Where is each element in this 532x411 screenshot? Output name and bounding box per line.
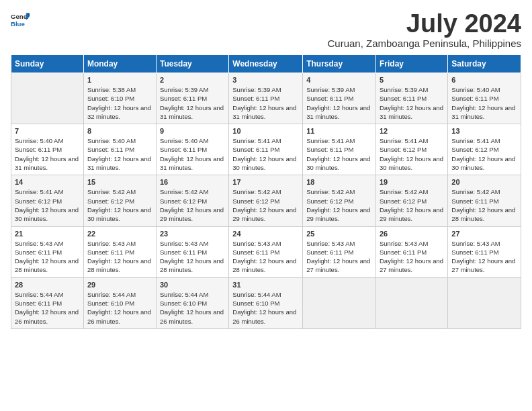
day-detail: Sunrise: 5:40 AMSunset: 6:11 PMDaylight:… bbox=[451, 86, 515, 120]
day-detail: Sunrise: 5:44 AMSunset: 6:10 PMDaylight:… bbox=[87, 291, 151, 325]
day-number: 20 bbox=[451, 178, 517, 186]
day-detail: Sunrise: 5:43 AMSunset: 6:11 PMDaylight:… bbox=[15, 240, 79, 274]
table-row: 5Sunrise: 5:39 AMSunset: 6:11 PMDaylight… bbox=[376, 73, 448, 124]
day-detail: Sunrise: 5:42 AMSunset: 6:12 PMDaylight:… bbox=[232, 188, 296, 222]
day-number: 17 bbox=[232, 178, 299, 186]
table-row: 18Sunrise: 5:42 AMSunset: 6:12 PMDayligh… bbox=[303, 175, 376, 226]
table-row: 8Sunrise: 5:40 AMSunset: 6:11 PMDaylight… bbox=[83, 124, 156, 175]
table-row: 30Sunrise: 5:44 AMSunset: 6:10 PMDayligh… bbox=[156, 277, 228, 328]
day-detail: Sunrise: 5:39 AMSunset: 6:11 PMDaylight:… bbox=[232, 86, 296, 120]
table-row: 7Sunrise: 5:40 AMSunset: 6:11 PMDaylight… bbox=[11, 124, 84, 175]
table-row: 24Sunrise: 5:43 AMSunset: 6:11 PMDayligh… bbox=[229, 226, 303, 277]
table-row: 13Sunrise: 5:41 AMSunset: 6:12 PMDayligh… bbox=[448, 124, 521, 175]
day-detail: Sunrise: 5:42 AMSunset: 6:12 PMDaylight:… bbox=[380, 188, 443, 222]
header-wednesday: Wednesday bbox=[229, 55, 303, 73]
table-row: 20Sunrise: 5:42 AMSunset: 6:11 PMDayligh… bbox=[448, 175, 521, 226]
day-detail: Sunrise: 5:43 AMSunset: 6:11 PMDaylight:… bbox=[451, 240, 515, 274]
title-section: July 2024 Curuan, Zamboanga Peninsula, P… bbox=[327, 11, 521, 49]
weekday-header-row: Sunday Monday Tuesday Wednesday Thursday… bbox=[11, 55, 521, 73]
day-number: 28 bbox=[15, 281, 80, 289]
table-row: 10Sunrise: 5:41 AMSunset: 6:11 PMDayligh… bbox=[229, 124, 303, 175]
table-row: 16Sunrise: 5:42 AMSunset: 6:12 PMDayligh… bbox=[156, 175, 228, 226]
table-row: 14Sunrise: 5:41 AMSunset: 6:12 PMDayligh… bbox=[11, 175, 84, 226]
table-row: 12Sunrise: 5:41 AMSunset: 6:12 PMDayligh… bbox=[376, 124, 448, 175]
table-row: 26Sunrise: 5:43 AMSunset: 6:11 PMDayligh… bbox=[376, 226, 448, 277]
day-number: 25 bbox=[306, 230, 372, 238]
day-number: 15 bbox=[87, 178, 152, 186]
day-number: 26 bbox=[380, 230, 444, 238]
day-number: 22 bbox=[87, 230, 152, 238]
calendar-week-row: 7Sunrise: 5:40 AMSunset: 6:11 PMDaylight… bbox=[11, 124, 521, 175]
day-detail: Sunrise: 5:42 AMSunset: 6:11 PMDaylight:… bbox=[451, 188, 515, 222]
day-detail: Sunrise: 5:41 AMSunset: 6:11 PMDaylight:… bbox=[306, 137, 370, 171]
header-sunday: Sunday bbox=[11, 55, 84, 73]
day-detail: Sunrise: 5:41 AMSunset: 6:11 PMDaylight:… bbox=[232, 137, 296, 171]
table-row: 2Sunrise: 5:39 AMSunset: 6:11 PMDaylight… bbox=[156, 73, 228, 124]
day-number: 31 bbox=[232, 281, 299, 289]
header-saturday: Saturday bbox=[448, 55, 521, 73]
day-detail: Sunrise: 5:41 AMSunset: 6:12 PMDaylight:… bbox=[15, 188, 79, 222]
day-number: 18 bbox=[306, 178, 372, 186]
day-number: 24 bbox=[232, 230, 299, 238]
day-detail: Sunrise: 5:40 AMSunset: 6:11 PMDaylight:… bbox=[160, 137, 224, 171]
day-number: 27 bbox=[451, 230, 517, 238]
day-detail: Sunrise: 5:40 AMSunset: 6:11 PMDaylight:… bbox=[15, 137, 79, 171]
day-detail: Sunrise: 5:38 AMSunset: 6:10 PMDaylight:… bbox=[87, 86, 151, 120]
day-detail: Sunrise: 5:41 AMSunset: 6:12 PMDaylight:… bbox=[451, 137, 515, 171]
table-row: 25Sunrise: 5:43 AMSunset: 6:11 PMDayligh… bbox=[303, 226, 376, 277]
calendar-table: Sunday Monday Tuesday Wednesday Thursday… bbox=[11, 54, 521, 329]
day-detail: Sunrise: 5:44 AMSunset: 6:10 PMDaylight:… bbox=[232, 291, 296, 325]
header-tuesday: Tuesday bbox=[156, 55, 228, 73]
day-number: 4 bbox=[306, 76, 372, 84]
day-number: 6 bbox=[451, 76, 517, 84]
table-row bbox=[376, 277, 448, 328]
day-number: 3 bbox=[232, 76, 299, 84]
day-detail: Sunrise: 5:39 AMSunset: 6:11 PMDaylight:… bbox=[306, 86, 370, 120]
header-thursday: Thursday bbox=[303, 55, 376, 73]
day-number: 13 bbox=[451, 127, 517, 135]
page-header: General Blue July 2024 Curuan, Zamboanga… bbox=[11, 11, 521, 49]
header-monday: Monday bbox=[83, 55, 156, 73]
day-detail: Sunrise: 5:41 AMSunset: 6:12 PMDaylight:… bbox=[380, 137, 443, 171]
day-detail: Sunrise: 5:42 AMSunset: 6:12 PMDaylight:… bbox=[160, 188, 224, 222]
table-row bbox=[303, 277, 376, 328]
table-row: 31Sunrise: 5:44 AMSunset: 6:10 PMDayligh… bbox=[229, 277, 303, 328]
table-row bbox=[11, 73, 84, 124]
logo-icon: General Blue bbox=[11, 11, 30, 30]
table-row: 6Sunrise: 5:40 AMSunset: 6:11 PMDaylight… bbox=[448, 73, 521, 124]
table-row: 22Sunrise: 5:43 AMSunset: 6:11 PMDayligh… bbox=[83, 226, 156, 277]
table-row: 21Sunrise: 5:43 AMSunset: 6:11 PMDayligh… bbox=[11, 226, 84, 277]
calendar-week-row: 1Sunrise: 5:38 AMSunset: 6:10 PMDaylight… bbox=[11, 73, 521, 124]
day-detail: Sunrise: 5:44 AMSunset: 6:10 PMDaylight:… bbox=[160, 291, 224, 325]
table-row: 28Sunrise: 5:44 AMSunset: 6:11 PMDayligh… bbox=[11, 277, 84, 328]
day-number: 5 bbox=[380, 76, 444, 84]
table-row: 1Sunrise: 5:38 AMSunset: 6:10 PMDaylight… bbox=[83, 73, 156, 124]
day-detail: Sunrise: 5:40 AMSunset: 6:11 PMDaylight:… bbox=[87, 137, 151, 171]
table-row: 29Sunrise: 5:44 AMSunset: 6:10 PMDayligh… bbox=[83, 277, 156, 328]
table-row: 23Sunrise: 5:43 AMSunset: 6:11 PMDayligh… bbox=[156, 226, 228, 277]
calendar-subtitle: Curuan, Zamboanga Peninsula, Philippines bbox=[327, 38, 521, 49]
table-row: 15Sunrise: 5:42 AMSunset: 6:12 PMDayligh… bbox=[83, 175, 156, 226]
day-detail: Sunrise: 5:43 AMSunset: 6:11 PMDaylight:… bbox=[87, 240, 151, 274]
table-row: 3Sunrise: 5:39 AMSunset: 6:11 PMDaylight… bbox=[229, 73, 303, 124]
day-number: 11 bbox=[306, 127, 372, 135]
day-number: 2 bbox=[160, 76, 225, 84]
header-friday: Friday bbox=[376, 55, 448, 73]
day-number: 1 bbox=[87, 76, 152, 84]
day-detail: Sunrise: 5:44 AMSunset: 6:11 PMDaylight:… bbox=[15, 291, 79, 325]
day-detail: Sunrise: 5:43 AMSunset: 6:11 PMDaylight:… bbox=[232, 240, 296, 274]
day-number: 30 bbox=[160, 281, 225, 289]
svg-text:Blue: Blue bbox=[11, 20, 25, 28]
day-number: 10 bbox=[232, 127, 299, 135]
table-row: 19Sunrise: 5:42 AMSunset: 6:12 PMDayligh… bbox=[376, 175, 448, 226]
day-detail: Sunrise: 5:42 AMSunset: 6:12 PMDaylight:… bbox=[306, 188, 370, 222]
day-number: 21 bbox=[15, 230, 80, 238]
day-detail: Sunrise: 5:39 AMSunset: 6:11 PMDaylight:… bbox=[380, 86, 443, 120]
table-row bbox=[448, 277, 521, 328]
day-number: 12 bbox=[380, 127, 444, 135]
day-detail: Sunrise: 5:43 AMSunset: 6:11 PMDaylight:… bbox=[380, 240, 443, 274]
day-number: 16 bbox=[160, 178, 225, 186]
day-number: 7 bbox=[15, 127, 80, 135]
logo: General Blue bbox=[11, 11, 30, 30]
table-row: 17Sunrise: 5:42 AMSunset: 6:12 PMDayligh… bbox=[229, 175, 303, 226]
